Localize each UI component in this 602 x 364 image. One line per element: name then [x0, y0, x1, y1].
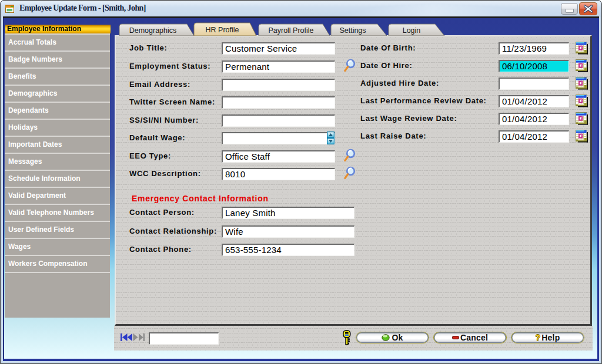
svg-text:Demographics: Demographics [129, 26, 177, 35]
svg-text:Login: Login [403, 26, 421, 35]
svg-text:HR Profile: HR Profile [206, 26, 239, 34]
svg-text:Payroll Profile: Payroll Profile [268, 26, 313, 35]
svg-text:Settings: Settings [339, 26, 366, 35]
